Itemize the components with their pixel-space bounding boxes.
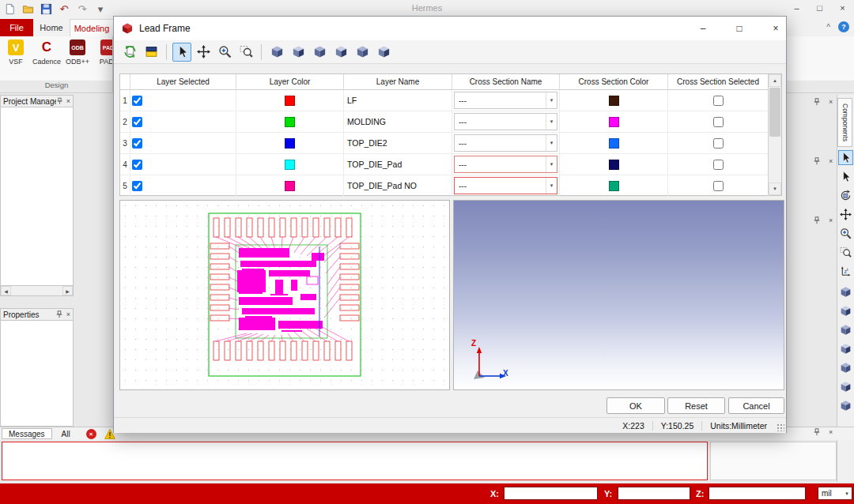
messages-output[interactable]: [2, 442, 708, 480]
minimize-button[interactable]: –: [785, 0, 808, 16]
pick-tool-button[interactable]: [838, 169, 853, 184]
close-icon[interactable]: ×: [829, 216, 833, 224]
iso-view-button[interactable]: [838, 303, 853, 318]
close-icon[interactable]: ×: [829, 428, 833, 436]
iso-view-button[interactable]: [838, 398, 853, 413]
dialog-close-button[interactable]: ×: [765, 19, 786, 38]
iso-view-button[interactable]: [838, 284, 853, 299]
scroll-left-icon[interactable]: ◀: [1, 286, 11, 295]
rotate-view-button[interactable]: [838, 188, 853, 203]
cross-section-color-swatch[interactable]: [609, 138, 619, 149]
header-cross-section-selected[interactable]: Cross Section Selected: [668, 74, 769, 90]
zoom-window-tool-button[interactable]: [236, 43, 255, 62]
help-icon[interactable]: ?: [838, 21, 849, 32]
pan-view-button[interactable]: [838, 207, 853, 222]
iso-view-button[interactable]: [353, 43, 372, 62]
pin-icon[interactable]: [55, 310, 63, 318]
layer-color-swatch[interactable]: [285, 117, 295, 127]
layer-color-swatch[interactable]: [285, 138, 295, 149]
x-coordinate-input[interactable]: [504, 487, 598, 500]
refresh-button[interactable]: [120, 43, 139, 62]
iso-view-button[interactable]: [838, 341, 853, 356]
cross-section-name-combo[interactable]: ---▾: [454, 177, 557, 194]
layer-color-swatch[interactable]: [285, 181, 295, 191]
ribbon-item-cadence[interactable]: C Cadence: [35, 39, 59, 66]
cross-section-selected-checkbox[interactable]: [713, 138, 724, 149]
table-vscrollbar[interactable]: ▲ ▼: [768, 74, 781, 195]
layer-selected-checkbox[interactable]: [132, 117, 142, 127]
iso-view-button[interactable]: [838, 379, 853, 394]
scroll-down-icon[interactable]: ▼: [769, 182, 781, 195]
ribbon-item-odb[interactable]: ODB ODB++: [66, 39, 89, 66]
pan-tool-button[interactable]: [194, 43, 213, 62]
cross-section-selected-checkbox[interactable]: [713, 96, 724, 106]
cross-section-selected-checkbox[interactable]: [713, 160, 724, 170]
tab-messages[interactable]: Messages: [2, 428, 52, 439]
pin-icon[interactable]: [813, 216, 821, 224]
cross-section-selected-checkbox[interactable]: [713, 117, 724, 127]
iso-view-button[interactable]: [374, 43, 393, 62]
z-coordinate-input[interactable]: [709, 487, 806, 500]
iso-view-button[interactable]: [289, 43, 308, 62]
pin-icon[interactable]: [813, 157, 821, 165]
error-filter-icon[interactable]: ×: [86, 429, 96, 439]
scroll-thumb[interactable]: [769, 88, 780, 137]
layer-selected-checkbox[interactable]: [132, 138, 142, 149]
components-tab[interactable]: Components: [837, 98, 852, 147]
iso-view-button[interactable]: [267, 43, 286, 62]
layer-color-swatch[interactable]: [285, 96, 295, 106]
cross-section-name-combo[interactable]: ---▾: [454, 92, 557, 109]
y-coordinate-input[interactable]: [618, 487, 690, 500]
iso-view-button[interactable]: [331, 43, 350, 62]
new-document-button[interactable]: [3, 2, 16, 15]
ribbon-item-vsf[interactable]: V VSF: [4, 39, 28, 66]
open-file-button[interactable]: [21, 2, 34, 15]
properties-body[interactable]: [0, 321, 74, 427]
dialog-maximize-button[interactable]: □: [729, 19, 750, 38]
tab-all[interactable]: All: [55, 428, 77, 439]
header-cross-section-color[interactable]: Cross Section Color: [560, 74, 668, 90]
qat-dropdown-button[interactable]: ▾: [94, 2, 107, 15]
cross-section-selected-checkbox[interactable]: [713, 181, 724, 191]
dialog-titlebar[interactable]: Lead Frame – □ ×: [114, 17, 786, 40]
header-cross-section-name[interactable]: Cross Section Name: [452, 74, 560, 90]
layer-colors-button[interactable]: [142, 43, 161, 62]
save-button[interactable]: [40, 2, 52, 15]
tab-file[interactable]: File: [0, 19, 33, 36]
pin-icon[interactable]: [813, 428, 821, 436]
close-icon[interactable]: ×: [66, 97, 70, 105]
close-icon[interactable]: ×: [829, 157, 833, 165]
select-tool-button[interactable]: [172, 43, 191, 62]
cross-section-color-swatch[interactable]: [609, 160, 619, 170]
scroll-up-icon[interactable]: ▲: [769, 74, 781, 87]
units-dropdown[interactable]: mil ▾: [818, 487, 852, 500]
project-manager-tree[interactable]: [0, 107, 74, 286]
collapse-ribbon-icon[interactable]: ^: [826, 23, 830, 32]
iso-view-button[interactable]: [838, 322, 853, 337]
cross-section-color-swatch[interactable]: [609, 181, 619, 191]
zoom-in-button[interactable]: [838, 226, 853, 241]
select-tool-button[interactable]: [838, 150, 853, 165]
resize-grip[interactable]: [777, 423, 784, 431]
pin-icon[interactable]: [56, 97, 63, 105]
cancel-button[interactable]: Cancel: [728, 397, 784, 414]
layer-selected-checkbox[interactable]: [132, 181, 142, 191]
undo-button[interactable]: ↶: [58, 2, 70, 15]
cross-section-color-swatch[interactable]: [609, 117, 619, 127]
axis-zt-button[interactable]: [838, 264, 853, 279]
pin-icon[interactable]: [813, 98, 821, 106]
dialog-minimize-button[interactable]: –: [693, 19, 713, 38]
layer-selected-checkbox[interactable]: [132, 160, 142, 170]
scroll-track[interactable]: [11, 286, 62, 295]
header-layer-color[interactable]: Layer Color: [236, 74, 344, 90]
bottom-right-panel[interactable]: [710, 442, 837, 480]
zoom-in-tool-button[interactable]: [215, 43, 234, 62]
close-icon[interactable]: ×: [66, 310, 70, 318]
zoom-window-button[interactable]: [838, 245, 853, 260]
cross-section-color-swatch[interactable]: [609, 96, 619, 106]
ok-button[interactable]: OK: [606, 397, 665, 414]
restore-button[interactable]: □: [808, 0, 831, 16]
project-manager-hscrollbar[interactable]: ◀ ▶: [0, 286, 74, 296]
iso-view-button[interactable]: [310, 43, 329, 62]
tab-home[interactable]: Home: [33, 19, 70, 36]
